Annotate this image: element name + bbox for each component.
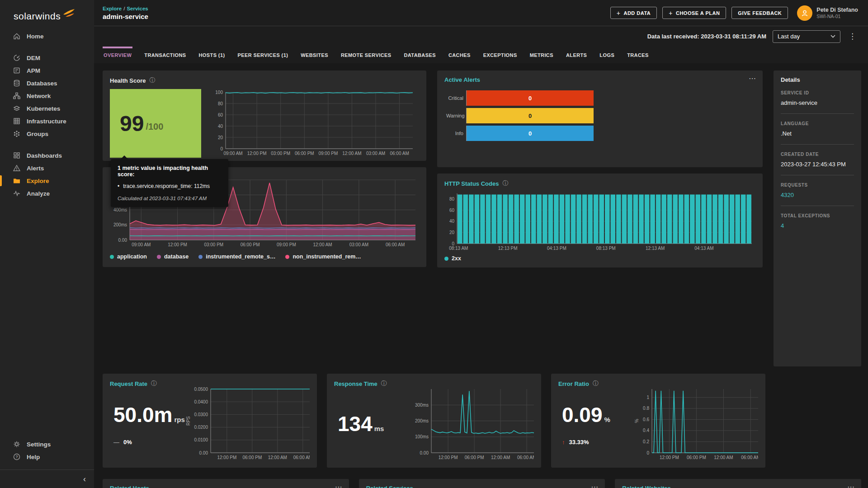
alert-bar-row: Warning 0 xyxy=(446,108,755,123)
sidebar-collapse-icon[interactable]: ‹ xyxy=(83,474,86,484)
person-icon xyxy=(801,9,809,17)
error-ratio-unit: % xyxy=(604,416,610,423)
user-menu[interactable]: Pete Di Stefano SWI-NA-01 xyxy=(797,5,858,21)
sidebar-item-dashboards[interactable]: Dashboards xyxy=(0,149,94,162)
sidebar-item-databases[interactable]: Databases xyxy=(0,77,94,89)
legend-item[interactable]: database xyxy=(157,253,189,260)
tab-caches[interactable]: CACHES xyxy=(448,47,472,63)
choose-a-plan-button[interactable]: +CHOOSE A PLAN xyxy=(662,7,726,19)
svg-text:08:13 PM: 08:13 PM xyxy=(596,246,616,251)
sidebar-item-home[interactable]: Home xyxy=(0,30,94,42)
alert-count-bar[interactable]: 0 xyxy=(467,108,594,123)
tab-alerts[interactable]: ALERTS xyxy=(565,47,588,63)
sidebar-item-kubernetes[interactable]: Kubernetes xyxy=(0,102,94,115)
card-menu-icon[interactable]: ⋯ xyxy=(749,74,756,83)
request-rate-delta: 0% xyxy=(123,439,132,446)
related-card-title: Related Hosts xyxy=(110,485,342,488)
legend-dot-icon xyxy=(198,255,203,259)
tab-remote-services[interactable]: REMOTE SERVICES xyxy=(340,47,392,63)
tab-exceptions[interactable]: EXCEPTIONS xyxy=(482,47,518,63)
svg-text:12:00 PM: 12:00 PM xyxy=(168,242,187,247)
related-card-title: Related Websites xyxy=(622,485,854,488)
tab-metrics[interactable]: METRICS xyxy=(529,47,554,63)
bullet-icon: • xyxy=(118,183,119,189)
info-icon[interactable]: ⓘ xyxy=(149,76,155,84)
sidebar-item-label: Help xyxy=(27,454,40,460)
main-area: Explore/Services admin-service +ADD DATA… xyxy=(94,0,868,488)
give-feedback-button[interactable]: GIVE FEEDBACK xyxy=(731,7,788,19)
card-menu-icon[interactable]: ⋯ xyxy=(591,483,599,488)
breakdown-legend: applicationdatabaseinstrumented_remote_s… xyxy=(110,253,419,260)
breadcrumb-explore[interactable]: Explore xyxy=(103,6,122,11)
card-menu-icon[interactable]: ⋯ xyxy=(847,483,855,488)
details-field: TOTAL EXCEPTIONS 4 xyxy=(781,213,854,229)
add-data-button[interactable]: +ADD DATA xyxy=(610,7,657,19)
svg-text:80: 80 xyxy=(218,101,223,106)
kebab-menu-icon[interactable]: ⋮ xyxy=(847,32,858,41)
sidebar-item-dem[interactable]: DEM xyxy=(0,52,94,64)
tooltip-note: Calculated at 2023-03-31 07:43:47 AM xyxy=(118,196,222,201)
tab-overview[interactable]: OVERVIEW xyxy=(103,47,132,63)
sidebar-item-explore[interactable]: Explore xyxy=(0,174,94,187)
info-icon[interactable]: ⓘ xyxy=(502,179,508,188)
svg-text:%: % xyxy=(634,419,639,423)
alert-count-bar[interactable]: 0 xyxy=(467,90,594,106)
sidebar-item-groups[interactable]: Groups xyxy=(0,127,94,140)
health-score-value: 99 xyxy=(120,111,144,136)
home-icon xyxy=(13,32,21,40)
svg-text:06:00 PM: 06:00 PM xyxy=(295,151,314,156)
active-alerts-title: Active Alerts xyxy=(444,76,480,83)
details-field-value[interactable]: 4320 xyxy=(781,192,854,198)
legend-item[interactable]: non_instrumented_rem… xyxy=(285,253,361,260)
tab-peer-services-1[interactable]: PEER SERVICES (1) xyxy=(237,47,289,63)
svg-text:0.0200: 0.0200 xyxy=(194,425,208,430)
card-menu-icon[interactable]: ⋯ xyxy=(335,483,343,488)
svg-text:80: 80 xyxy=(449,197,455,202)
active-alerts-card: Active Alerts ⋯ Critical 0 Warning 0 Inf… xyxy=(437,70,763,167)
tab-databases[interactable]: DATABASES xyxy=(403,47,436,63)
tab-traces[interactable]: TRACES xyxy=(626,47,650,63)
legend-item[interactable]: 2xx xyxy=(444,255,461,262)
sidebar-item-settings[interactable]: Settings xyxy=(0,438,94,450)
request-rate-value: 50.0m xyxy=(113,403,172,427)
tab-websites[interactable]: WEBSITES xyxy=(300,47,329,63)
alert-severity-label: Critical xyxy=(446,95,466,101)
info-icon[interactable]: ⓘ xyxy=(593,380,599,388)
tab-logs[interactable]: LOGS xyxy=(599,47,615,63)
apm-icon xyxy=(13,66,21,75)
legend-item[interactable]: instrumented_remote_s… xyxy=(198,253,275,260)
svg-text:1: 1 xyxy=(647,395,650,400)
http-status-codes-card: HTTP Status Codesⓘ 02040608008:13 AM12:1… xyxy=(437,174,763,267)
info-icon[interactable]: ⓘ xyxy=(381,380,387,388)
sidebar-item-network[interactable]: Network xyxy=(0,89,94,102)
tab-transactions[interactable]: TRANSACTIONS xyxy=(143,47,187,63)
request-rate-title: Request Rate xyxy=(110,380,147,387)
health-score-box[interactable]: 99 /100 xyxy=(110,89,201,158)
sidebar-item-infrastructure[interactable]: Infrastructure xyxy=(0,115,94,127)
health-score-chart: 02040608010009:00 AM12:00 PM03:00 PM06:0… xyxy=(212,89,416,158)
legend-item[interactable]: application xyxy=(110,253,147,260)
up-trend-icon: ↑ xyxy=(562,439,565,446)
databases-icon xyxy=(13,79,21,87)
svg-text:09:00 AM: 09:00 AM xyxy=(223,151,242,156)
response-time-card: Response Timeⓘ 134ms 0.00100ms200ms300ms… xyxy=(327,374,541,468)
sidebar-item-apm[interactable]: APM xyxy=(0,64,94,77)
details-field: REQUESTS 4320 xyxy=(781,183,854,198)
flat-trend-icon: — xyxy=(113,439,119,446)
tab-hosts-1[interactable]: HOSTS (1) xyxy=(198,47,226,63)
svg-text:06:00 PM: 06:00 PM xyxy=(465,455,484,460)
info-icon[interactable]: ⓘ xyxy=(151,380,157,388)
breadcrumb-services[interactable]: Services xyxy=(127,6,148,11)
related-services-card: Related Services ⋯ 1 Good 1 Moderate 0 B… xyxy=(359,479,605,488)
time-range-select[interactable]: Last day xyxy=(773,30,840,43)
sidebar-item-label: Network xyxy=(27,93,51,99)
svg-text:20: 20 xyxy=(449,230,455,235)
alert-count-bar[interactable]: 0 xyxy=(467,126,594,141)
svg-text:0.0400: 0.0400 xyxy=(194,399,208,404)
sidebar-item-analyze[interactable]: Analyze xyxy=(0,187,94,200)
svg-text:12:00 AM: 12:00 AM xyxy=(268,455,287,460)
sidebar-item-help[interactable]: ? Help xyxy=(0,450,94,463)
sidebar-item-alerts[interactable]: Alerts xyxy=(0,162,94,174)
details-field-value[interactable]: 4 xyxy=(781,222,854,229)
svg-text:12:00 PM: 12:00 PM xyxy=(439,455,458,460)
